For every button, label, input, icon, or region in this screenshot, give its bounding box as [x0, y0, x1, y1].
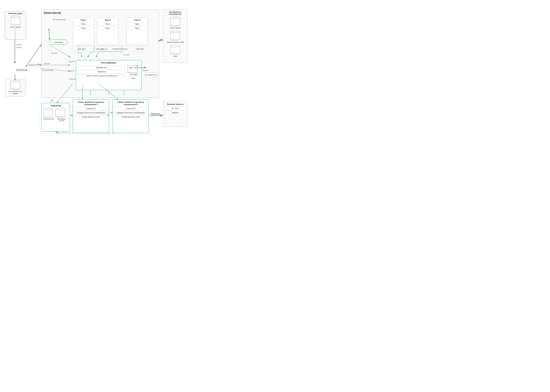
pod2: Под 2	[74, 26, 93, 30]
node2-title: Узел 2	[99, 19, 117, 21]
node1-box: Узел 1 Под 1 Под 2	[73, 18, 94, 45]
user-tools-box: Инструменты пользователя Реестр образов …	[163, 9, 187, 63]
scanner-kcs-left: Сканер KCS	[27, 63, 40, 68]
rest-api-kube: Rest API	[69, 61, 75, 63]
svg-line-32	[27, 43, 42, 65]
external-env-box: Внешняя среда Реестр образов	[5, 11, 26, 40]
telegram-box: Telegram	[165, 111, 186, 114]
arrow-to-serviceN	[124, 91, 124, 95]
internal-registry-box: Внутренний реестр образов	[5, 79, 26, 97]
nodeN-box: Узел N Под 5 Под 6	[127, 18, 148, 45]
user-tools-registry-cylinder	[170, 17, 180, 27]
api-orchestrator-label: API оркестратора	[52, 18, 66, 21]
service-process-label: Служебный процесс	[112, 48, 128, 50]
notification-arrow	[149, 114, 163, 117]
kcs-license: Лицензия KCS	[78, 66, 126, 70]
user-tools-ldap-label: LDAP	[165, 56, 186, 57]
service1-scanner: Сканер KCS	[74, 107, 107, 110]
scanner-kcs-left-label: Сканер KCS	[29, 64, 38, 66]
ext-env-title: Внешняя среда	[6, 12, 25, 14]
server-bd-box: Сервер БД БД уязви-мостей БД файловых уг…	[41, 103, 70, 132]
serviceN-box: Сервис обработки заданий на сканирование…	[113, 99, 149, 133]
rest-api-interface: Rest API	[143, 70, 149, 71]
ext-env-registry-cylinder	[11, 16, 20, 26]
user-tools-registry-label: Реестр образов	[165, 27, 186, 29]
pod4: Под 4	[99, 26, 117, 30]
node-agents-row: node-agent node-agent Служебный процесс …	[72, 46, 149, 52]
kube-agent-box: kube-agent	[50, 40, 67, 45]
ext-services-box: Внешние сервисы Эл. почта Telegram	[163, 101, 187, 127]
db-update-label-left: Обновления БД	[16, 70, 27, 71]
images-label: Образы	[16, 44, 22, 46]
kube-agent-label: kube-agent	[54, 41, 63, 43]
serviceN-title: Сервис обработки заданий на сканирование…	[114, 101, 147, 106]
orchestrator-box: Оркестратор API оркестратора kube-agent …	[41, 9, 159, 98]
ext-services-title: Внешние сервисы	[165, 103, 186, 105]
api-orchestrator-box: API оркестратора	[52, 17, 66, 22]
svg-line-31	[27, 45, 42, 65]
kcs-middleware-box: KCS middleware Лицензия KCS Обработка Се…	[76, 60, 142, 90]
server-bd-title: Сервер БД	[43, 105, 68, 107]
db1-label: БД уязви-мостей	[43, 118, 54, 120]
user-tools-ldap-cylinder	[170, 45, 180, 55]
serviceN-transfer: Передача объектов на сканирование	[114, 111, 147, 114]
svg-text:Образы: Образы	[16, 47, 22, 48]
kcs-interface-label: Интерфейс KCS	[145, 74, 157, 76]
serviceN-filescanner: Сканер файловых угроз	[114, 115, 147, 119]
service1-title: Сервис обработки заданий на сканирование…	[74, 101, 107, 106]
user-tools-title: Инструменты пользователя	[165, 11, 186, 15]
service1-box: Сервис обработки заданий на сканирование…	[73, 99, 109, 133]
kcs-scan-server: Сервер обработки заданий на сканирование	[78, 74, 126, 77]
node-agent-1: node-agent	[76, 47, 88, 51]
dots-separator: ...	[120, 29, 123, 33]
db2-label: БД файловых угроз ЛК	[56, 118, 68, 122]
nats-box: NATs	[127, 77, 140, 80]
pod3: Под 3	[99, 22, 117, 26]
kcs-processing: Обработка	[78, 70, 126, 74]
pod5: Под 5	[128, 22, 146, 26]
arrow-to-serverbd	[90, 91, 91, 95]
email-box: Эл. почта	[165, 107, 186, 110]
user-tools-arrow: ⇔	[159, 39, 162, 42]
rest-api-2: Rest API	[69, 70, 75, 72]
arrow-to-service1	[109, 91, 109, 95]
node2-box: Узел 2 Под 3 Под 4	[97, 18, 118, 45]
serviceN-scanner: Сканер KCS	[114, 107, 147, 110]
kcs-postgres-label: KCS postgres	[127, 74, 140, 76]
user-tools-logging-cylinder	[170, 31, 180, 41]
ext-env-registry-label: Реестр образов	[6, 26, 25, 28]
orchestrator-title: Оркестратор	[42, 10, 159, 14]
node-agent-N: node-agent	[134, 47, 146, 51]
pod1: Под 1	[74, 22, 93, 26]
kcs-interface-box: Интерфейс KCS	[145, 72, 157, 77]
user-tools-logging-label: Журнали-рование, SIEM	[165, 41, 186, 43]
internal-registry-label: Внутренний реестр образов	[7, 91, 24, 95]
rest-api-top: Rest API	[124, 54, 130, 56]
internal-registry-cylinder	[11, 80, 20, 90]
service1-transfer: Передача объектов на сканирование	[74, 111, 107, 114]
nodeN-title: Узел N	[128, 19, 146, 21]
diagram-container: Внешняя среда Реестр образов Образы Обно…	[3, 3, 189, 137]
kcs-middleware-title: KCS middleware	[78, 62, 140, 64]
service1-filescanner: Сканер файловых угроз	[74, 115, 107, 119]
node1-title: Узел 1	[74, 19, 93, 21]
pod6: Под 6	[128, 26, 146, 30]
node-agent-2: node-agent	[94, 47, 106, 51]
